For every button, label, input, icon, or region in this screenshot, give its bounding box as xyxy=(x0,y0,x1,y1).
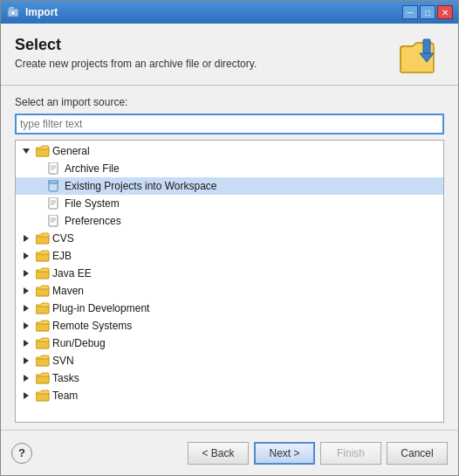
tree-item-label: SVN xyxy=(52,355,74,367)
svg-marker-34 xyxy=(24,357,29,364)
tree-item-label: CVS xyxy=(52,232,74,245)
tree-item[interactable]: General xyxy=(16,142,443,160)
next-button[interactable]: Next > xyxy=(254,442,315,465)
tree-item-label: Existing Projects into Workspace xyxy=(65,180,217,192)
header-divider xyxy=(1,85,458,86)
svg-marker-26 xyxy=(24,287,29,294)
svg-marker-24 xyxy=(24,270,29,277)
svg-rect-11 xyxy=(49,180,58,183)
svg-marker-28 xyxy=(24,305,29,312)
filter-label: Select an import source: xyxy=(15,96,444,108)
minimize-button[interactable]: ─ xyxy=(402,5,418,19)
tree-item[interactable]: CVS xyxy=(16,230,443,247)
tree-item[interactable]: Remote Systems xyxy=(16,317,443,335)
folder-icon xyxy=(36,354,50,368)
tree-item[interactable]: Team xyxy=(16,387,443,404)
tree-list[interactable]: General Archive File Existing Projects i… xyxy=(16,141,443,422)
file-icon xyxy=(48,197,62,210)
folder-icon xyxy=(36,301,50,315)
finish-button[interactable]: Finish xyxy=(320,442,381,465)
tree-item-label: Preferences xyxy=(65,215,121,227)
window-icon xyxy=(6,5,20,19)
tree-item[interactable]: Preferences xyxy=(16,212,443,230)
tree-item[interactable]: Java EE xyxy=(16,265,443,282)
tree-item-label: Plug-in Development xyxy=(52,302,149,314)
import-source-tree: General Archive File Existing Projects i… xyxy=(15,140,444,423)
import-dialog: Import ─ □ ✕ Select Create new projects … xyxy=(0,0,459,476)
tree-item-label: Tasks xyxy=(52,372,79,384)
file-icon xyxy=(48,162,62,176)
tree-item-label: Java EE xyxy=(52,267,92,279)
window-controls: ─ □ ✕ xyxy=(402,5,453,19)
folder-icon xyxy=(36,284,50,298)
tree-item[interactable]: Archive File xyxy=(16,160,443,177)
tree-item-label: File System xyxy=(65,197,120,210)
svg-rect-2 xyxy=(423,39,430,53)
header-text: Select Create new projects from an archi… xyxy=(15,36,257,70)
window-title: Import xyxy=(25,6,402,18)
tree-item[interactable]: SVN xyxy=(16,352,443,369)
tree-item-label: EJB xyxy=(52,250,72,262)
dialog-title: Select xyxy=(15,36,257,54)
folder-icon xyxy=(36,249,50,263)
maximize-button[interactable]: □ xyxy=(420,5,435,19)
svg-marker-36 xyxy=(24,375,29,382)
button-bar: ? < Back Next > Finish Cancel xyxy=(1,430,458,475)
svg-marker-22 xyxy=(24,252,29,259)
close-button[interactable]: ✕ xyxy=(437,5,453,19)
header-icon xyxy=(399,36,444,74)
folder-icon xyxy=(36,371,50,385)
folder-icon xyxy=(36,389,50,403)
header-section: Select Create new projects from an archi… xyxy=(15,36,444,74)
title-bar: Import ─ □ ✕ xyxy=(1,1,458,24)
svg-marker-38 xyxy=(24,392,29,399)
svg-marker-4 xyxy=(23,148,30,154)
filter-input[interactable] xyxy=(15,114,444,135)
folder-icon xyxy=(36,266,50,280)
tree-item-label: Run/Debug xyxy=(52,337,106,349)
dialog-description: Create new projects from an archive file… xyxy=(15,58,257,70)
tree-item[interactable]: Plug-in Development xyxy=(16,300,443,317)
file-icon xyxy=(48,179,62,193)
tree-item[interactable]: Existing Projects into Workspace xyxy=(16,177,443,195)
svg-marker-30 xyxy=(24,322,29,329)
tree-item[interactable]: Maven xyxy=(16,282,443,300)
tree-item[interactable]: Tasks xyxy=(16,369,443,387)
tree-item-label: Archive File xyxy=(65,162,120,175)
tree-item-label: General xyxy=(52,145,90,157)
tree-item-label: Maven xyxy=(52,285,84,297)
folder-icon xyxy=(36,336,50,350)
dialog-content: Select Create new projects from an archi… xyxy=(1,24,458,423)
tree-item[interactable]: File System xyxy=(16,195,443,212)
cancel-button[interactable]: Cancel xyxy=(387,442,448,465)
back-button[interactable]: < Back xyxy=(188,442,249,465)
file-icon xyxy=(48,214,62,228)
tree-item[interactable]: Run/Debug xyxy=(16,335,443,352)
folder-icon xyxy=(36,231,50,245)
tree-item-label: Remote Systems xyxy=(52,320,132,332)
tree-item-label: Team xyxy=(52,390,78,402)
svg-marker-20 xyxy=(24,235,29,242)
svg-marker-32 xyxy=(24,340,29,347)
tree-item[interactable]: EJB xyxy=(16,247,443,265)
folder-icon xyxy=(36,319,50,333)
help-button[interactable]: ? xyxy=(11,443,32,464)
folder-icon xyxy=(36,144,50,158)
